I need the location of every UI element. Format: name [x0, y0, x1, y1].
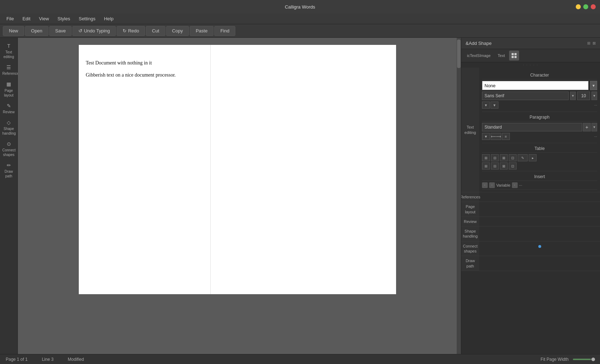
tool-shape-handling[interactable]: ◇ Shape handling	[1, 117, 17, 138]
tool-page-layout[interactable]: ▦ Page layout	[1, 79, 17, 99]
page-right-column[interactable]	[211, 45, 396, 294]
para-indent-btn[interactable]: ⟵⟶	[491, 133, 501, 140]
redo-button[interactable]: ↻ Redo	[117, 26, 145, 36]
table-btn-2[interactable]: ⊟	[491, 154, 499, 161]
tab-ictextsimage[interactable]: icTextSImage	[464, 53, 493, 58]
panel-icon-1[interactable]: ⊞	[587, 41, 590, 46]
table-btn-6[interactable]: ▸	[529, 154, 537, 161]
char-more-button[interactable]: ···	[594, 103, 597, 107]
document-scroll[interactable]: Test Document with nothing in it Gibberi…	[18, 38, 457, 354]
para-list-btn[interactable]: ≡	[502, 133, 510, 140]
tool-text-editing[interactable]: T Text editing	[1, 41, 17, 61]
svg-rect-1	[514, 53, 517, 55]
para-dropdown-button[interactable]: ▼	[591, 123, 597, 131]
slider-thumb	[591, 358, 595, 361]
references-tool-label[interactable]: References	[461, 192, 479, 202]
insert-icon-2[interactable]: ·	[489, 182, 495, 188]
review-label: Review	[464, 219, 477, 224]
para-style-row: + ▼	[482, 123, 597, 131]
connect-dot	[538, 245, 541, 248]
window-title: Calligra Words	[285, 4, 315, 10]
page-info: Page 1 of 1	[6, 357, 27, 362]
tab-grid-icon[interactable]	[509, 51, 519, 61]
table-buttons-row: ⊞ ⊟ ⊠ ⊡ ✎ ▸	[482, 154, 597, 161]
insert-icon-3[interactable]: ·	[512, 182, 518, 188]
draw-path-icon: ✏	[2, 162, 15, 168]
text-editing-tool-label[interactable]: Text editing	[461, 68, 479, 192]
font-dropdown-button[interactable]: ▼	[570, 92, 576, 100]
font-size-dropdown-button[interactable]: ▼	[591, 92, 597, 100]
minimize-button[interactable]	[576, 4, 581, 9]
review-tool-label[interactable]: Review	[461, 217, 479, 226]
char-format-btn-1[interactable]: ▼	[482, 102, 490, 109]
panel-icon-2[interactable]: ⊠	[593, 41, 596, 46]
menu-styles[interactable]: Styles	[54, 15, 73, 22]
table-btn-1[interactable]: ⊞	[482, 154, 490, 161]
menu-settings[interactable]: Settings	[75, 15, 99, 22]
menu-view[interactable]: View	[35, 15, 52, 22]
draw-path-section: Draw path	[461, 256, 600, 271]
menu-help[interactable]: Help	[101, 15, 117, 22]
char-format-btn-2[interactable]: ▼	[491, 102, 498, 109]
char-dropdown-button[interactable]: ▼	[590, 81, 597, 90]
document-content: Test Document with nothing in it Gibberi…	[86, 59, 203, 79]
connect-shapes-tool-label[interactable]: Connect shapes	[461, 241, 479, 256]
table-btn-4[interactable]: ⊡	[509, 154, 517, 161]
draw-path-tool-label[interactable]: Draw path	[461, 256, 479, 271]
table-btn-9[interactable]: ⊠	[500, 162, 508, 170]
insert-more-icon[interactable]: ···	[519, 183, 522, 187]
shape-handling-tool-label[interactable]: Shape handling	[461, 227, 479, 241]
undo-button[interactable]: ↺ Undo Typing	[72, 26, 116, 36]
svg-rect-3	[514, 56, 517, 58]
maximize-button[interactable]	[583, 4, 588, 9]
menu-file[interactable]: File	[3, 15, 17, 22]
shape-handling-label: Shape handling	[463, 229, 478, 239]
table-btn-8[interactable]: ⊟	[491, 162, 499, 170]
tool-draw-path[interactable]: ✏ Draw path	[1, 160, 17, 181]
cut-button[interactable]: Cut	[146, 26, 165, 36]
character-section: Character ▼ ▼ ▼ ▼	[482, 70, 597, 112]
insert-icon-1[interactable]: ·	[482, 182, 488, 188]
para-add-button[interactable]: +	[583, 123, 591, 131]
menu-edit[interactable]: Edit	[19, 15, 34, 22]
save-button[interactable]: Save	[49, 26, 72, 36]
references-icon: ☰	[2, 64, 15, 71]
font-size-input[interactable]	[577, 92, 590, 100]
table-btn-10[interactable]: ⊡	[509, 162, 517, 170]
scrollbar-thumb[interactable]	[457, 40, 461, 68]
insert-variable-label[interactable]: Variable	[496, 183, 511, 187]
text-editing-icon: T	[2, 43, 15, 49]
tool-references[interactable]: ☰ References	[1, 62, 17, 78]
para-format-row: ▼ ⟵⟶ ≡ ···	[482, 133, 597, 140]
main-area: T Text editing ☰ References ▦ Page layou…	[0, 38, 600, 354]
copy-button[interactable]: Copy	[166, 26, 189, 36]
page-layout-label: Page layout	[463, 204, 478, 214]
connect-shapes-label: Connect shapes	[463, 244, 478, 254]
para-more-button[interactable]: ···	[594, 135, 597, 139]
para-style-input[interactable]	[482, 123, 582, 131]
page-layout-tool-label[interactable]: Page layout	[461, 202, 479, 217]
close-button[interactable]	[591, 4, 596, 9]
connect-shapes-section: Connect shapes	[461, 241, 600, 256]
para-align-btn-1[interactable]: ▼	[482, 133, 490, 140]
new-button[interactable]: New	[3, 26, 24, 36]
doc-title-text: Test Document with nothing in it	[86, 59, 203, 67]
paste-button[interactable]: Paste	[190, 26, 214, 36]
table-btn-5[interactable]: ✎	[518, 154, 528, 161]
tab-text[interactable]: Text	[495, 53, 508, 58]
table-btn-7[interactable]: ⊞	[482, 162, 490, 170]
zoom-slider[interactable]	[573, 359, 594, 360]
panel-title: &Add Shape	[466, 41, 492, 46]
slider-fill	[573, 359, 591, 360]
tool-connect-shapes[interactable]: ⊙ Connect shapes	[1, 139, 17, 159]
table-btn-3[interactable]: ⊠	[500, 154, 508, 161]
find-button[interactable]: Find	[214, 26, 235, 36]
page-left-column[interactable]: Test Document with nothing in it Gibberi…	[79, 45, 211, 294]
vertical-scrollbar[interactable]	[457, 38, 461, 354]
char-none-row: ▼	[482, 81, 597, 90]
tool-review[interactable]: ✎ Review	[1, 100, 17, 116]
font-name-input[interactable]	[482, 92, 569, 100]
char-none-input[interactable]	[482, 81, 589, 90]
page-layout-section: Page layout	[461, 202, 600, 217]
open-button[interactable]: Open	[25, 26, 48, 36]
